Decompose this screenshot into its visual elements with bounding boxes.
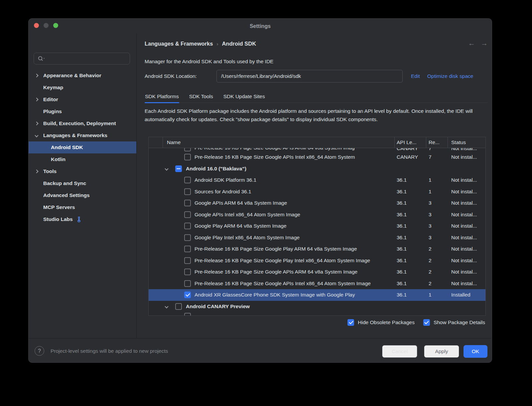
row-api-level: 36.1 xyxy=(395,177,426,183)
table-row[interactable]: Pre-Release 16 KB Page Size Google APIs … xyxy=(149,151,485,163)
table-row[interactable]: Pre-Release 16 KB Page Size Google APIs … xyxy=(149,266,485,278)
tab-label: SDK Update Sites xyxy=(223,94,265,100)
sidebar-item[interactable]: Tools xyxy=(29,165,136,177)
sidebar-item[interactable]: Keymap xyxy=(29,82,136,94)
sidebar-item[interactable]: MCP Servers xyxy=(29,201,136,213)
sidebar-item[interactable]: Appearance & Behavior xyxy=(29,70,136,82)
table-row[interactable]: Pre-Release 16 KB Page Size Google Play … xyxy=(149,255,485,267)
row-checkbox[interactable] xyxy=(184,269,191,275)
table-row[interactable]: Pre-Release 16 KB Page Size Google APIs … xyxy=(149,278,485,290)
back-arrow-icon[interactable]: ← xyxy=(468,39,475,47)
column-header-revision[interactable]: Re... xyxy=(426,137,448,148)
column-header-status[interactable]: Status xyxy=(448,137,485,148)
chevron-down-icon[interactable] xyxy=(165,167,168,170)
settings-search-field[interactable] xyxy=(34,53,130,65)
row-checkbox[interactable] xyxy=(184,188,191,195)
chevron-icon[interactable] xyxy=(35,121,38,125)
option-toggle[interactable]: Hide Obsolete Packages xyxy=(347,319,415,326)
ok-button[interactable]: OK xyxy=(464,345,487,358)
table-row[interactable]: Pre-Release 16 KB Page Size Google APIs … xyxy=(149,148,485,151)
table-row[interactable]: Sources for Android 36.1 36.1 1 Not inst… xyxy=(149,186,485,198)
sidebar: Appearance & Behavior Keymap Editor Plug… xyxy=(29,34,137,338)
row-checkbox[interactable] xyxy=(184,280,191,287)
row-name: Google APIs ARM 64 v8a System Image xyxy=(195,200,287,206)
row-checkbox[interactable] xyxy=(184,154,191,160)
row-checkbox[interactable] xyxy=(184,211,191,218)
cancel-button[interactable]: Cancel xyxy=(382,345,417,358)
edit-link[interactable]: Edit xyxy=(411,73,420,79)
sdk-location-label: Android SDK Location: xyxy=(145,73,216,79)
row-name: Pre-Release 16 KB Page Size Google APIs … xyxy=(195,281,371,287)
packages-table: Name API Le... Re... Status Pre-Release … xyxy=(148,137,486,316)
row-revision: 3 xyxy=(426,212,448,218)
row-checkbox[interactable] xyxy=(184,148,191,151)
row-api-level: 36.1 xyxy=(395,292,426,298)
sidebar-item-label: Studio Labs xyxy=(43,216,73,222)
row-status: Not instal... xyxy=(448,235,485,241)
option-checkbox[interactable] xyxy=(347,319,354,326)
table-row[interactable] xyxy=(149,312,485,315)
chevron-icon[interactable] xyxy=(35,98,38,101)
table-row[interactable]: Android SDK Platform 36.1 36.1 1 Not ins… xyxy=(149,174,485,186)
sidebar-item[interactable]: Android SDK xyxy=(29,141,136,153)
row-name: Android 16.0 ("Baklava") xyxy=(186,166,246,172)
chevron-icon[interactable] xyxy=(35,133,38,137)
tab[interactable]: SDK Tools xyxy=(189,91,213,102)
row-checkbox[interactable] xyxy=(184,223,191,229)
row-api-level: CANARY xyxy=(395,154,426,160)
sidebar-item[interactable]: Plugins xyxy=(29,105,136,117)
column-header-name[interactable]: Name xyxy=(163,137,395,148)
forward-arrow-icon[interactable]: → xyxy=(481,39,488,47)
option-label: Hide Obsolete Packages xyxy=(358,319,415,325)
row-checkbox[interactable] xyxy=(184,257,191,264)
breadcrumb-languages-frameworks[interactable]: Languages & Frameworks xyxy=(145,41,213,47)
chevron-down-icon[interactable] xyxy=(165,304,168,308)
breadcrumb-android-sdk: Android SDK xyxy=(222,41,256,47)
tree-gutter-column xyxy=(149,137,163,148)
flask-icon xyxy=(76,216,82,222)
sidebar-item[interactable]: Languages & Frameworks xyxy=(29,129,136,141)
sidebar-item[interactable]: Advanced Settings xyxy=(29,189,136,201)
row-checkbox[interactable] xyxy=(175,165,182,172)
table-row[interactable]: Google APIs Intel x86_64 Atom System Ima… xyxy=(149,209,485,221)
option-checkbox[interactable] xyxy=(423,319,430,326)
chevron-icon[interactable] xyxy=(35,74,38,77)
row-checkbox[interactable] xyxy=(184,200,191,206)
option-toggle[interactable]: Show Package Details xyxy=(423,319,485,326)
table-row[interactable]: Android 16.0 ("Baklava") xyxy=(149,163,485,175)
settings-search-input[interactable] xyxy=(48,56,130,62)
tab[interactable]: SDK Update Sites xyxy=(223,91,265,102)
sidebar-item[interactable]: Studio Labs xyxy=(29,213,136,225)
row-checkbox[interactable] xyxy=(175,303,182,310)
row-api-level: 36.1 xyxy=(395,281,426,287)
table-row[interactable]: Google Play ARM 64 v8a System Image 36.1… xyxy=(149,220,485,232)
help-icon[interactable]: ? xyxy=(35,346,44,356)
column-header-api-level[interactable]: API Le... xyxy=(395,137,426,148)
apply-button[interactable]: Apply xyxy=(424,345,459,358)
row-checkbox[interactable] xyxy=(184,177,191,183)
table-row[interactable]: Google APIs ARM 64 v8a System Image 36.1… xyxy=(149,197,485,209)
sidebar-item[interactable]: Backup and Sync xyxy=(29,177,136,189)
tab[interactable]: SDK Platforms xyxy=(145,91,179,102)
row-checkbox[interactable] xyxy=(184,313,191,315)
optimize-disk-space-link[interactable]: Optimize disk space xyxy=(427,73,473,79)
sidebar-item[interactable]: Build, Execution, Deployment xyxy=(29,117,136,129)
row-api-level: 36.1 xyxy=(395,212,426,218)
table-row[interactable]: Android XR GlassesCore Phone SDK System … xyxy=(149,289,485,301)
row-revision: 1 xyxy=(426,292,448,298)
table-row[interactable]: Google Play Intel x86_64 Atom System Ima… xyxy=(149,232,485,244)
sdk-location-input[interactable] xyxy=(216,70,403,83)
row-checkbox[interactable] xyxy=(184,292,191,298)
chevron-icon[interactable] xyxy=(35,169,38,173)
row-revision: 2 xyxy=(426,281,448,287)
row-checkbox[interactable] xyxy=(184,246,191,252)
table-row[interactable]: Android CANARY Preview xyxy=(149,301,485,312)
table-row[interactable]: Pre-Release 16 KB Page Size Google Play … xyxy=(149,243,485,255)
sidebar-item[interactable]: Editor xyxy=(29,94,136,105)
row-checkbox[interactable] xyxy=(184,234,191,241)
row-api-level: 36.1 xyxy=(395,246,426,252)
row-name: Pre-Release 16 KB Page Size Google APIs … xyxy=(195,154,355,160)
sidebar-item[interactable]: Kotlin xyxy=(29,153,136,165)
row-name: Pre-Release 16 KB Page Size Google APIs … xyxy=(195,148,355,151)
row-status: Not instal... xyxy=(448,281,485,287)
